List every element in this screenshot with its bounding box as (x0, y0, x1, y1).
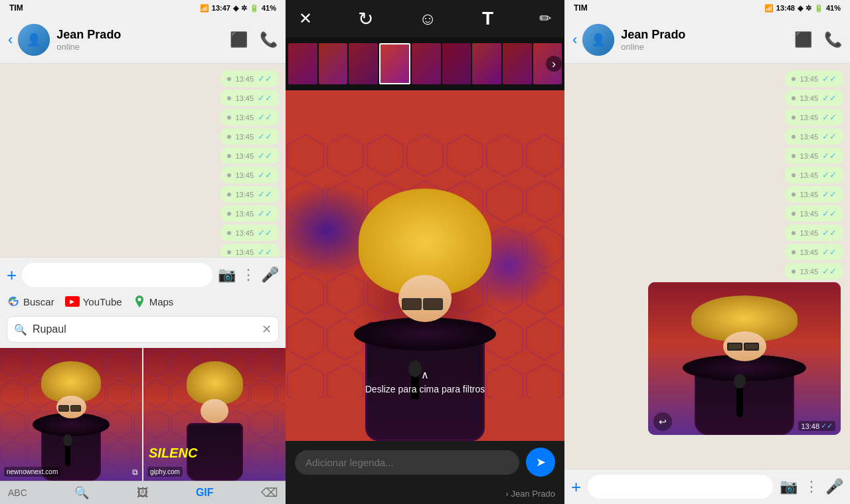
filmstrip-frame-1[interactable] (288, 43, 317, 84)
left-avatar[interactable]: 👤 (18, 24, 50, 56)
filmstrip: ‹ › (286, 37, 564, 90)
left-back-button[interactable]: ‹ (8, 31, 13, 48)
left-plus-button[interactable]: + (7, 265, 17, 286)
sent-gif-image[interactable]: ↩ 13:48 ✓✓ (648, 282, 841, 435)
right-bubble-time-2: 13:45 (800, 94, 818, 102)
draw-tool-button[interactable]: ✏ (539, 10, 551, 27)
glass-left-1 (58, 405, 69, 412)
send-icon: ➤ (536, 455, 546, 469)
message-row-3: 13:45 ✓✓ (7, 109, 279, 126)
filmstrip-frame-4[interactable] (379, 43, 411, 84)
bubble-dot-5 (227, 154, 231, 158)
rotate-tool-button[interactable]: ↻ (358, 8, 373, 30)
send-button[interactable]: ➤ (526, 448, 555, 477)
right-bubble-ticks-3: ✓✓ (822, 112, 837, 122)
right-bubble-dot-9 (792, 231, 796, 235)
shortcut-maps[interactable]: Maps (133, 295, 174, 308)
clear-search-button[interactable]: ✕ (262, 322, 272, 337)
left-video-button[interactable]: ⬛ (230, 31, 248, 48)
right-plus-button[interactable]: + (571, 477, 581, 497)
right-avatar[interactable]: 👤 (582, 24, 614, 56)
right-bubble-time-1: 13:45 (800, 75, 818, 83)
left-time: 13:47 (212, 4, 230, 12)
right-more-button[interactable]: ⋮ (804, 478, 819, 495)
gif-item-2[interactable]: SILENC giphy.com (143, 348, 286, 481)
right-message-row-5: 13:45 ✓✓ (571, 147, 843, 164)
bubble-ticks-2: ✓✓ (258, 93, 272, 103)
filmstrip-frame-7[interactable] (472, 43, 501, 84)
filmstrip-frame-3[interactable] (349, 43, 378, 84)
filmstrip-frame-6[interactable] (442, 43, 471, 84)
left-text-input[interactable] (22, 263, 212, 287)
left-mic-button[interactable]: 🎤 (261, 266, 279, 284)
right-bubble-ticks-8: ✓✓ (822, 209, 837, 218)
left-camera-button[interactable]: 📷 (218, 266, 236, 284)
bubble-4: 13:45 ✓✓ (220, 128, 279, 145)
swipe-text: Deslize para cima para filtros (365, 384, 485, 394)
sent-glasses (727, 343, 762, 352)
youtube-label: YouTube (83, 296, 122, 307)
caption-input-row: ➤ (286, 441, 564, 483)
youtube-icon: ▶ (65, 296, 80, 307)
dq-figure-2 (175, 361, 254, 481)
right-bubble-dot-2 (792, 96, 796, 100)
message-row-8: 13:45 ✓✓ (7, 205, 279, 222)
right-bubble-dot-6 (792, 173, 796, 177)
right-text-input[interactable] (588, 475, 773, 499)
right-call-button[interactable]: 📞 (824, 31, 842, 48)
right-contact-name[interactable]: Jean Prado (621, 28, 794, 42)
right-bubble-ticks-9: ✓✓ (822, 228, 837, 238)
bubble-time-9: 13:45 (235, 229, 254, 237)
caption-input[interactable] (295, 450, 519, 475)
left-input-row: + 📷 ⋮ 🎤 (7, 263, 279, 287)
bubble-ticks-4: ✓✓ (258, 131, 272, 141)
right-bubble-time-9: 13:45 (800, 229, 818, 237)
right-video-button[interactable]: ⬛ (794, 31, 812, 48)
keyboard-search-button[interactable]: 🔍 (74, 485, 89, 500)
shortcut-youtube[interactable]: ▶ YouTube (65, 295, 122, 308)
right-back-button[interactable]: ‹ (572, 31, 577, 48)
filmstrip-frame-5[interactable] (412, 43, 441, 84)
right-camera-button[interactable]: 📷 (780, 478, 798, 495)
left-call-button[interactable]: 📞 (260, 31, 278, 48)
right-bubble-ticks-1: ✓✓ (822, 74, 837, 84)
filmstrip-frame-2[interactable] (319, 43, 348, 84)
right-bubble-dot-11 (792, 270, 796, 274)
keyboard-gif-label[interactable]: GIF (196, 487, 214, 499)
right-bubble-9: 13:45 ✓✓ (785, 224, 843, 241)
filmstrip-next-button[interactable]: › (546, 56, 562, 72)
left-more-button[interactable]: ⋮ (241, 266, 256, 284)
right-bubble-ticks-7: ✓✓ (822, 189, 837, 199)
right-bubble-5: 13:45 ✓✓ (785, 147, 843, 164)
keyboard-photo-button[interactable]: 🖼 (137, 486, 149, 500)
emoji-tool-button[interactable]: ☺ (419, 9, 437, 29)
swipe-hint: ∧ Deslize para cima para filtros (365, 369, 485, 394)
right-bubble-time-10: 13:45 (800, 248, 818, 256)
forward-gif-button[interactable]: ↩ (653, 412, 672, 431)
right-bubble-11: 13:45 ✓✓ (785, 263, 843, 280)
right-bubble-ticks-11: ✓✓ (822, 266, 837, 276)
right-bubble-time-7: 13:45 (800, 191, 818, 199)
text-tool-button[interactable]: T (482, 8, 493, 29)
right-mic-button[interactable]: 🎤 (825, 478, 843, 495)
filmstrip-frame-8[interactable] (503, 43, 532, 84)
drag-queen-figure (339, 189, 511, 441)
shortcut-buscar[interactable]: Buscar (7, 295, 54, 308)
right-input-area: + 📷 ⋮ 🎤 (564, 469, 850, 504)
left-status-icons: 📶 13:47 ◈ ✲ 🔋 41% (200, 4, 276, 13)
left-contact-name[interactable]: Jean Prado (56, 28, 230, 42)
gif-search-input[interactable] (33, 323, 256, 335)
gif-item-1[interactable]: newnownext.com ⧉ (0, 348, 142, 481)
keyboard-abc-label[interactable]: ABC (8, 487, 27, 498)
sent-gif-time: 13:48 ✓✓ (798, 421, 835, 431)
right-bubble-time-8: 13:45 (800, 210, 818, 218)
close-editor-button[interactable]: ✕ (299, 9, 312, 28)
search-icon: 🔍 (14, 323, 27, 336)
right-bubble-1: 13:45 ✓✓ (785, 70, 843, 87)
maps-icon (133, 295, 146, 308)
mic-head-1 (63, 434, 72, 446)
bubble-time-3: 13:45 (235, 114, 254, 122)
keyboard-delete-button[interactable]: ⌫ (261, 485, 278, 500)
right-wifi-icon: 📶 (764, 4, 774, 13)
buscar-label: Buscar (23, 296, 54, 307)
